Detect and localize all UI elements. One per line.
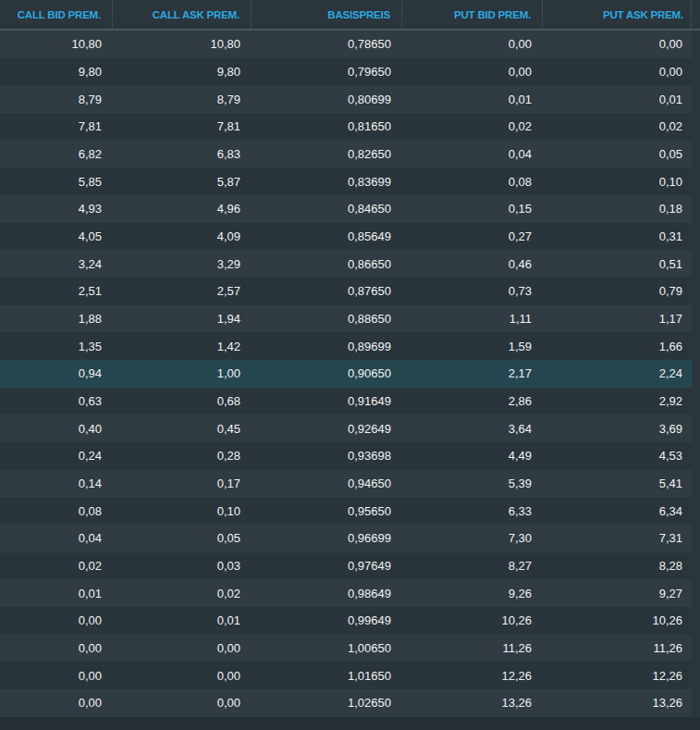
call-ask-prem-value: 0,00: [113, 669, 252, 683]
table-row[interactable]: 0,24 0,28 0,93698 4,49 4,53: [0, 442, 700, 470]
put-ask-prem-value: 6,34: [543, 504, 692, 518]
put-ask-prem-value: 2,24: [543, 366, 692, 380]
put-ask-prem-value: 0,51: [543, 257, 692, 271]
table-row[interactable]: 8,79 8,79 0,80699 0,01 0,01: [0, 85, 700, 113]
put-bid-prem-value: 0,15: [402, 202, 543, 216]
call-ask-prem-value: 0,45: [113, 422, 252, 436]
table-row[interactable]: 0,01 0,02 0,98649 9,26 9,27: [0, 579, 700, 607]
put-ask-prem-value: 12,26: [543, 669, 692, 683]
call-bid-prem-value: 0,40: [0, 422, 113, 436]
put-bid-prem-value: 7,30: [402, 531, 543, 545]
call-bid-prem-value: 0,63: [0, 394, 113, 408]
put-bid-prem-value: 0,02: [402, 119, 543, 133]
call-ask-prem-value: 0,03: [113, 559, 252, 573]
put-bid-prem-value: 13,26: [402, 696, 543, 710]
call-bid-prem-value: 0,14: [0, 476, 113, 490]
table-row[interactable]: 1,88 1,94 0,88650 1,11 1,17: [0, 305, 700, 333]
call-ask-prem-value: 1,42: [113, 340, 252, 353]
table-row[interactable]: 0,14 0,17 0,94650 5,39 5,41: [0, 470, 700, 498]
put-ask-prem-value: 5,41: [543, 476, 692, 490]
call-ask-prem-value: 7,81: [113, 119, 252, 133]
call-bid-prem-value: 4,93: [0, 202, 113, 216]
table-row[interactable]: 10,80 10,80 0,78650 0,00 0,00: [0, 31, 700, 58]
vertical-scrollbar-track[interactable]: [692, 31, 700, 717]
basispreis-value: 0,89699: [252, 340, 402, 353]
table-row[interactable]: 6,82 6,83 0,82650 0,04 0,05: [0, 141, 700, 168]
basispreis-value: 0,95650: [252, 504, 402, 518]
table-row[interactable]: 3,24 3,29 0,86650 0,46 0,51: [0, 250, 700, 278]
call-ask-prem-value: 4,96: [113, 202, 252, 216]
basispreis-value: 0,82650: [252, 147, 402, 161]
table-row[interactable]: 9,80 9,80 0,79650 0,00 0,00: [0, 58, 700, 86]
table-row[interactable]: 1,35 1,42 0,89699 1,59 1,66: [0, 332, 700, 360]
table-row[interactable]: 4,05 4,09 0,85649 0,27 0,31: [0, 223, 700, 251]
put-bid-prem-value: 3,64: [402, 422, 543, 436]
column-header-call-ask-prem[interactable]: CALL ASK PREM.: [113, 0, 252, 29]
basispreis-value: 0,96699: [252, 531, 402, 545]
table-row[interactable]: 0,08 0,10 0,95650 6,33 6,34: [0, 497, 700, 525]
call-bid-prem-value: 8,79: [0, 93, 113, 106]
put-ask-prem-value: 0,02: [543, 119, 692, 133]
put-ask-prem-value: 10,26: [543, 613, 692, 627]
call-ask-prem-value: 0,17: [113, 476, 252, 490]
call-bid-prem-value: 5,85: [0, 175, 113, 189]
put-bid-prem-value: 9,26: [402, 587, 543, 600]
basispreis-value: 0,80699: [252, 93, 402, 106]
put-ask-prem-value: 1,17: [543, 312, 692, 326]
call-bid-prem-value: 0,00: [0, 669, 113, 683]
basispreis-value: 0,84650: [252, 202, 402, 216]
put-ask-prem-value: 2,92: [543, 394, 692, 408]
table-row[interactable]: 2,51 2,57 0,87650 0,73 0,79: [0, 278, 700, 305]
table-row[interactable]: 0,00 0,01 0,99649 10,26 10,26: [0, 607, 700, 635]
horizontal-scrollbar-track[interactable]: [0, 717, 700, 730]
table-row[interactable]: 0,40 0,45 0,92649 3,64 3,69: [0, 414, 700, 442]
put-bid-prem-value: 0,00: [402, 65, 543, 79]
call-ask-prem-value: 0,00: [113, 696, 252, 710]
put-bid-prem-value: 2,86: [402, 394, 543, 408]
column-header-put-bid-prem[interactable]: PUT BID PREM.: [402, 0, 543, 29]
put-bid-prem-value: 0,00: [402, 37, 543, 51]
call-bid-prem-value: 6,82: [0, 147, 113, 161]
call-ask-prem-value: 0,05: [113, 531, 252, 545]
put-ask-prem-value: 4,53: [543, 449, 692, 463]
basispreis-value: 1,02650: [252, 696, 402, 710]
call-bid-prem-value: 0,04: [0, 531, 113, 545]
basispreis-value: 0,91649: [252, 394, 402, 408]
call-bid-prem-value: 0,00: [0, 613, 113, 627]
put-bid-prem-value: 2,17: [402, 366, 543, 380]
table-row[interactable]: 5,85 5,87 0,83699 0,08 0,10: [0, 167, 700, 195]
put-bid-prem-value: 0,04: [402, 147, 543, 161]
call-bid-prem-value: 3,24: [0, 257, 113, 271]
put-bid-prem-value: 11,26: [402, 641, 543, 655]
put-bid-prem-value: 4,49: [402, 449, 543, 463]
put-ask-prem-value: 0,01: [543, 93, 692, 106]
put-ask-prem-value: 7,31: [543, 531, 692, 545]
table-row[interactable]: 0,04 0,05 0,96699 7,30 7,31: [0, 525, 700, 552]
call-bid-prem-value: 4,05: [0, 229, 113, 243]
basispreis-value: 0,85649: [252, 229, 402, 243]
call-ask-prem-value: 10,80: [113, 37, 252, 51]
call-ask-prem-value: 3,29: [113, 257, 252, 271]
call-ask-prem-value: 9,80: [113, 65, 252, 79]
put-ask-prem-value: 3,69: [543, 422, 692, 436]
call-ask-prem-value: 1,94: [113, 312, 252, 326]
column-header-basispreis[interactable]: BASISPREIS: [252, 0, 402, 29]
table-row[interactable]: 0,00 0,00 1,01650 12,26 12,26: [0, 662, 700, 689]
basispreis-value: 0,98649: [252, 587, 402, 600]
basispreis-value: 0,83699: [252, 175, 402, 189]
table-row[interactable]: 0,63 0,68 0,91649 2,86 2,92: [0, 388, 700, 415]
basispreis-value: 0,88650: [252, 312, 402, 326]
call-ask-prem-value: 0,10: [113, 504, 252, 518]
call-bid-prem-value: 0,08: [0, 504, 113, 518]
table-row[interactable]: 7,81 7,81 0,81650 0,02 0,02: [0, 113, 700, 141]
table-row[interactable]: 0,00 0,00 1,02650 13,26 13,26: [0, 689, 700, 717]
column-header-put-ask-prem[interactable]: PUT ASK PREM.: [543, 0, 692, 29]
table-row[interactable]: 0,00 0,00 1,00650 11,26 11,26: [0, 635, 700, 662]
table-row[interactable]: 0,02 0,03 0,97649 8,27 8,28: [0, 552, 700, 580]
put-ask-prem-value: 0,79: [543, 284, 692, 298]
table-row[interactable]: 4,93 4,96 0,84650 0,15 0,18: [0, 195, 700, 223]
column-header-call-bid-prem[interactable]: CALL BID PREM.: [0, 0, 113, 29]
put-bid-prem-value: 0,46: [402, 257, 543, 271]
call-bid-prem-value: 10,80: [0, 37, 113, 51]
table-row-highlighted[interactable]: 0,94 1,00 0,90650 2,17 2,24: [0, 360, 700, 388]
